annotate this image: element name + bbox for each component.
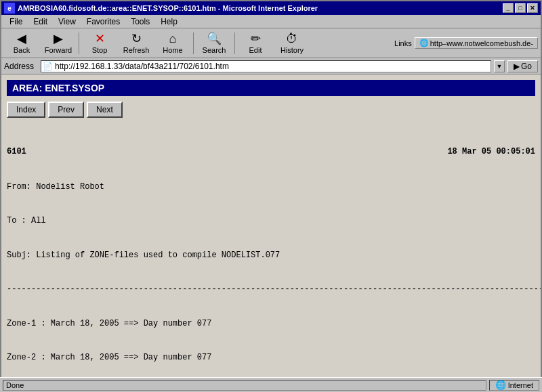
maximize-button[interactable]: □ xyxy=(515,3,526,13)
close-button[interactable]: ✕ xyxy=(527,3,538,13)
address-dropdown[interactable]: ▼ xyxy=(494,60,505,72)
go-button[interactable]: ▶ Go xyxy=(507,60,538,72)
next-button-top[interactable]: Next xyxy=(87,102,123,118)
window-title: AMRBOSIA60.fidosoft.de::area::ENET.SYSOP… xyxy=(18,4,318,12)
status-text: Done xyxy=(3,380,486,391)
minimize-button[interactable]: _ xyxy=(503,3,514,13)
status-bar: Done 🌐 Internet xyxy=(0,377,542,392)
refresh-label: Refresh xyxy=(123,46,150,54)
toolbar-separator-1 xyxy=(79,32,79,54)
history-button[interactable]: ⏱ History xyxy=(274,30,310,56)
refresh-button[interactable]: ↻ Refresh xyxy=(119,30,154,56)
body-line-0: Zone-1 : March 18, 2005 ==> Day number 0… xyxy=(7,318,535,330)
forward-icon: ▶ xyxy=(54,32,63,45)
forward-button[interactable]: ▶ Forward xyxy=(41,30,76,56)
back-label: Back xyxy=(14,46,30,54)
from-line: From: Nodelist Robot xyxy=(7,181,535,193)
internet-label: Internet xyxy=(508,381,533,389)
address-bar: Address 📄 ▼ ▶ Go xyxy=(1,58,541,74)
prev-button-top[interactable]: Prev xyxy=(48,102,84,118)
address-label: Address xyxy=(4,62,38,71)
index-button-top[interactable]: Index xyxy=(7,102,45,118)
links-label: Links xyxy=(394,39,412,47)
address-input[interactable] xyxy=(55,62,489,71)
edit-icon: ✏ xyxy=(251,32,261,45)
menu-favorites[interactable]: Favorites xyxy=(81,16,125,28)
menu-tools[interactable]: Tools xyxy=(125,16,155,28)
back-button[interactable]: ◀ Back xyxy=(4,30,39,56)
go-label: Go xyxy=(521,62,532,71)
status-internet: 🌐 Internet xyxy=(489,380,539,391)
edit-label: Edit xyxy=(249,46,262,54)
links-area: Links 🌐 http–www.notwelcomebush.de- xyxy=(394,37,538,49)
to-line: To : All xyxy=(7,215,535,227)
body-line-1: Zone-2 : March 18, 2005 ==> Day number 0… xyxy=(7,352,535,364)
toolbar-separator-2 xyxy=(193,32,194,54)
stop-icon: ✕ xyxy=(95,32,105,45)
stop-label: Stop xyxy=(92,46,108,54)
menu-view[interactable]: View xyxy=(53,16,81,28)
links-icon: 🌐 xyxy=(419,39,429,47)
history-icon: ⏱ xyxy=(286,32,298,45)
home-icon: ⌂ xyxy=(169,32,177,45)
area-header: AREA: ENET.SYSOP xyxy=(7,80,535,96)
title-bar-controls[interactable]: _ □ ✕ xyxy=(503,3,538,13)
refresh-icon: ↻ xyxy=(131,32,142,45)
main-content: AREA: ENET.SYSOP Index Prev Next 6101 18… xyxy=(1,74,541,378)
menu-file[interactable]: File xyxy=(4,16,28,28)
stop-button[interactable]: ✕ Stop xyxy=(82,30,117,56)
links-url: http–www.notwelcomebush.de- xyxy=(430,39,533,47)
menu-bar: File Edit View Favorites Tools Help xyxy=(1,15,541,28)
internet-icon: 🌐 xyxy=(495,380,506,390)
message-area: 6101 18 Mar 05 00:05:01 From: Nodelist R… xyxy=(7,123,535,378)
separator-line: ----------------------------------------… xyxy=(7,284,535,295)
subj-line: Subj: Listing of ZONE-files used to comp… xyxy=(7,250,535,261)
toolbar: ◀ Back ▶ Forward ✕ Stop ↻ Refresh ⌂ Home… xyxy=(1,28,541,58)
message-date: 18 Mar 05 00:05:01 xyxy=(447,146,535,158)
menu-edit[interactable]: Edit xyxy=(28,16,53,28)
home-button[interactable]: ⌂ Home xyxy=(155,30,190,56)
title-bar-left: e AMRBOSIA60.fidosoft.de::area::ENET.SYS… xyxy=(4,3,318,14)
message-header-line: 6101 18 Mar 05 00:05:01 xyxy=(7,146,535,158)
page-icon: 📄 xyxy=(43,62,53,71)
message-number: 6101 xyxy=(7,146,26,158)
ie-icon: e xyxy=(4,3,15,14)
home-label: Home xyxy=(163,46,182,54)
nav-buttons-top: Index Prev Next xyxy=(7,102,535,118)
go-arrow-icon: ▶ xyxy=(514,62,520,71)
back-icon: ◀ xyxy=(17,32,26,45)
search-label: Search xyxy=(203,46,226,54)
edit-button[interactable]: ✏ Edit xyxy=(238,30,273,56)
links-button[interactable]: 🌐 http–www.notwelcomebush.de- xyxy=(415,37,538,49)
search-button[interactable]: 🔍 Search xyxy=(196,30,232,56)
menu-help[interactable]: Help xyxy=(155,16,183,28)
address-input-wrap[interactable]: 📄 xyxy=(41,60,491,72)
search-icon: 🔍 xyxy=(207,32,222,45)
history-label: History xyxy=(280,46,304,54)
title-bar: e AMRBOSIA60.fidosoft.de::area::ENET.SYS… xyxy=(1,1,541,15)
toolbar-separator-3 xyxy=(234,32,235,54)
forward-label: Forward xyxy=(45,46,72,54)
